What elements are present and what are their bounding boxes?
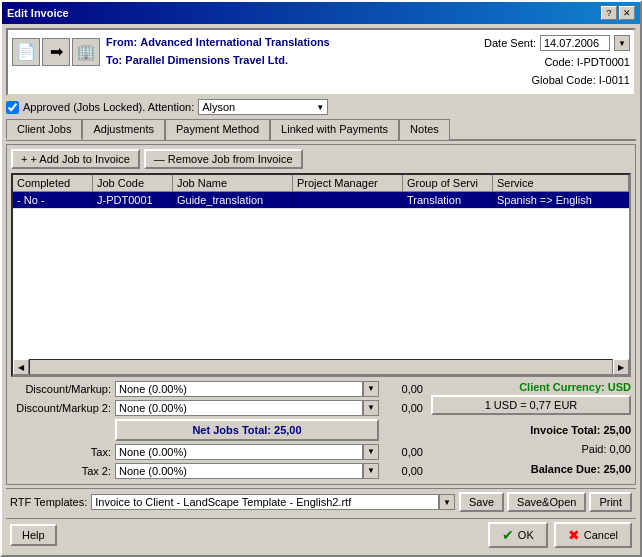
header-left: 📄 ➡ 🏢 From: Advanced International Trans…: [12, 34, 330, 69]
from-label: From:: [106, 36, 137, 48]
tax-dropdown-1[interactable]: ▼: [115, 444, 379, 460]
date-sent-label: Date Sent:: [484, 34, 536, 53]
cell-group: Translation: [403, 192, 493, 208]
tab-payment-method[interactable]: Payment Method: [165, 119, 270, 140]
close-btn[interactable]: ✕: [619, 6, 635, 20]
discount-dropdown-arrow-1[interactable]: ▼: [363, 381, 379, 397]
scroll-track[interactable]: [29, 359, 613, 375]
tab-adjustments[interactable]: Adjustments: [82, 119, 165, 140]
discount-row-2: Discount/Markup 2: ▼ 0,00: [11, 400, 423, 416]
horizontal-scrollbar[interactable]: ◀ ▶: [13, 359, 629, 375]
tax-dropdown-arrow-1[interactable]: ▼: [363, 444, 379, 460]
rtf-input[interactable]: [91, 494, 439, 510]
attention-dropdown-arrow: ▼: [316, 103, 324, 112]
date-row: Date Sent: ▼: [484, 34, 630, 53]
footer-right: ✔ OK ✖ Cancel: [488, 522, 632, 548]
jobs-table: Completed Job Code Job Name Project Mana…: [11, 173, 631, 377]
header-section: 📄 ➡ 🏢 From: Advanced International Trans…: [6, 28, 636, 96]
paid-value: 0,00: [610, 443, 631, 455]
discount-label-2: Discount/Markup 2:: [11, 402, 111, 414]
header-text: From: Advanced International Translation…: [106, 34, 330, 69]
tab-content: + + Add Job to Invoice — Remove Job from…: [6, 144, 636, 485]
exchange-rate-label: 1 USD = 0,77 EUR: [485, 399, 578, 411]
invoice-totals: Invoice Total: 25,00 Paid: 0,00 Balance …: [431, 421, 631, 480]
col-job-name: Job Name: [173, 175, 293, 191]
tab-notes[interactable]: Notes: [399, 119, 450, 140]
cancel-label: Cancel: [584, 529, 618, 541]
print-button[interactable]: Print: [589, 492, 632, 512]
document-icon: 🏢: [72, 38, 100, 66]
currency-label: Client Currency: USD: [431, 381, 631, 393]
tab-linked-with-payments[interactable]: Linked with Payments: [270, 119, 399, 140]
paid-row: Paid: 0,00: [431, 440, 631, 460]
discount-dropdown-1[interactable]: ▼: [115, 381, 379, 397]
date-sent-input[interactable]: [540, 35, 610, 51]
discount-label-1: Discount/Markup:: [11, 383, 111, 395]
tab-client-jobs[interactable]: Client Jobs: [6, 119, 82, 140]
add-job-icon: +: [21, 153, 27, 165]
help-icon-btn[interactable]: ?: [601, 6, 617, 20]
tax-label-2: Tax 2:: [11, 465, 111, 477]
discount-input-1[interactable]: [115, 381, 363, 397]
tax-dropdown-arrow-2[interactable]: ▼: [363, 463, 379, 479]
from-row: From: Advanced International Translation…: [106, 34, 330, 52]
toolbar-row: + + Add Job to Invoice — Remove Job from…: [11, 149, 631, 169]
discount-amount-1: 0,00: [383, 383, 423, 395]
discount-row-1: Discount/Markup: ▼ 0,00: [11, 381, 423, 397]
window-content: 📄 ➡ 🏢 From: Advanced International Trans…: [2, 24, 640, 555]
rtf-row: RTF Templates: ▼ Save Save&Open Print: [6, 488, 636, 515]
scroll-right-btn[interactable]: ▶: [613, 359, 629, 375]
window-title: Edit Invoice: [7, 7, 69, 19]
save-open-button[interactable]: Save&Open: [507, 492, 586, 512]
global-code-label: Global Code:: [532, 74, 596, 86]
footer-row: Help ✔ OK ✖ Cancel: [6, 518, 636, 551]
bottom-left: Discount/Markup: ▼ 0,00 Discount/Markup …: [11, 381, 423, 480]
exchange-rate-btn[interactable]: 1 USD = 0,77 EUR: [431, 395, 631, 415]
approved-label: Approved (Jobs Locked). Attention:: [23, 101, 194, 113]
table-row[interactable]: - No - J-PDT0001 Guide_translation Trans…: [13, 192, 629, 209]
cancel-button[interactable]: ✖ Cancel: [554, 522, 632, 548]
tax-amount-1: 0,00: [383, 446, 423, 458]
title-bar: Edit Invoice ? ✕: [2, 2, 640, 24]
footer-left: Help: [10, 524, 57, 546]
remove-job-icon: —: [154, 153, 165, 165]
rtf-label: RTF Templates:: [10, 496, 87, 508]
tax-dropdown-2[interactable]: ▼: [115, 463, 379, 479]
total-row: Invoice Total: 25,00: [431, 421, 631, 441]
attention-dropdown[interactable]: Alyson ▼: [198, 99, 328, 115]
discount-input-2[interactable]: [115, 400, 363, 416]
remove-job-button[interactable]: — Remove Job from Invoice: [144, 149, 303, 169]
tax-input-1[interactable]: [115, 444, 363, 460]
total-value: 25,00: [603, 424, 631, 436]
date-dropdown-btn[interactable]: ▼: [614, 35, 630, 51]
col-job-code: Job Code: [93, 175, 173, 191]
balance-label: Balance Due:: [531, 463, 601, 475]
ok-label: OK: [518, 529, 534, 541]
code-row: Code: I-PDT0001: [484, 53, 630, 72]
paid-label: Paid:: [581, 443, 606, 455]
tabs-row: Client Jobs Adjustments Payment Method L…: [6, 118, 636, 141]
ok-button[interactable]: ✔ OK: [488, 522, 548, 548]
table-body: - No - J-PDT0001 Guide_translation Trans…: [13, 192, 629, 359]
tax-input-2[interactable]: [115, 463, 363, 479]
scroll-left-btn[interactable]: ◀: [13, 359, 29, 375]
discount-dropdown-arrow-2[interactable]: ▼: [363, 400, 379, 416]
cell-service: Spanish => English: [493, 192, 629, 208]
save-button[interactable]: Save: [459, 492, 504, 512]
attention-value: Alyson: [202, 101, 235, 113]
rtf-dropdown-btn[interactable]: ▼: [439, 494, 455, 510]
header-right: Date Sent: ▼ Code: I-PDT0001 Global Code…: [484, 34, 630, 90]
bottom-right: Client Currency: USD 1 USD = 0,77 EUR In…: [431, 381, 631, 480]
col-project-manager: Project Manager: [293, 175, 403, 191]
rtf-dropdown-container: ▼: [91, 494, 455, 510]
title-bar-controls: ? ✕: [601, 6, 635, 20]
discount-dropdown-2[interactable]: ▼: [115, 400, 379, 416]
approved-checkbox[interactable]: [6, 101, 19, 114]
bottom-section: Discount/Markup: ▼ 0,00 Discount/Markup …: [11, 381, 631, 480]
add-job-label: + Add Job to Invoice: [30, 153, 129, 165]
cell-job-code: J-PDT0001: [93, 192, 173, 208]
balance-row: Balance Due: 25,00: [431, 460, 631, 480]
add-job-button[interactable]: + + Add Job to Invoice: [11, 149, 140, 169]
to-label: To:: [106, 54, 122, 66]
help-button[interactable]: Help: [10, 524, 57, 546]
